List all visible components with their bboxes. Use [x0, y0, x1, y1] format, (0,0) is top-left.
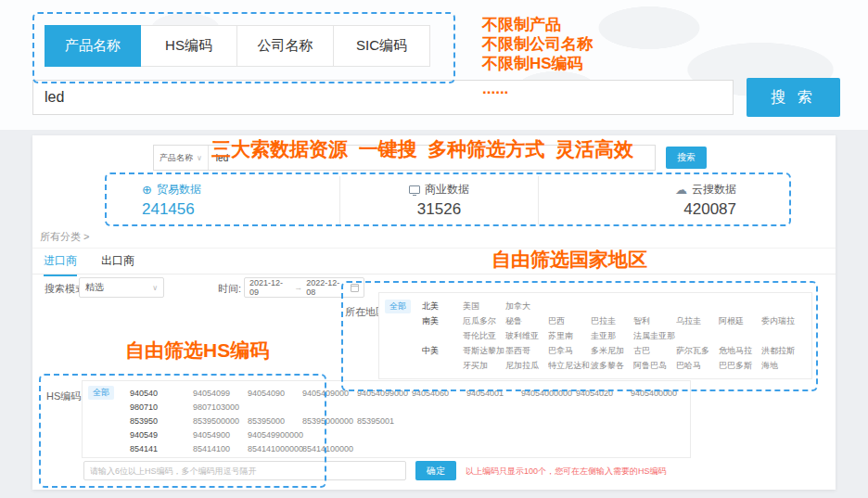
region-country[interactable]: 古巴 [633, 345, 676, 357]
region-country[interactable]: 秘鲁 [505, 315, 548, 327]
hs-child-code[interactable]: 85395000 [248, 416, 302, 426]
hero-search-button[interactable]: 搜 索 [747, 78, 840, 117]
hs-child-code[interactable]: 9405400000 [631, 389, 685, 398]
region-country[interactable]: 特立尼达和多巴... [548, 360, 591, 372]
region-country[interactable]: 多米尼加 [591, 345, 633, 357]
search-mode-select[interactable]: 精选 ∨ [79, 277, 164, 298]
globe-icon: ⊕ [142, 184, 152, 196]
hero-note-line: 不限制产品 [482, 15, 593, 34]
region-country[interactable]: 苏里南 [548, 330, 591, 342]
stat-label: 商业数据 [425, 182, 469, 198]
region-country[interactable]: 哥伦比亚 [463, 330, 505, 342]
region-country[interactable]: 阿根廷 [719, 315, 761, 327]
hs-parent-code[interactable]: 853950 [130, 416, 193, 426]
data-source-stats: ⊕贸易数据241456商业数据31526☁云搜数据420087 [107, 176, 787, 224]
date-range-picker[interactable]: 2021-12-09 → 2022-12-08 [244, 277, 364, 298]
region-country[interactable]: 墨西哥 [505, 345, 548, 357]
mini-search-button[interactable]: 搜索 [666, 147, 707, 169]
region-group-南美[interactable]: 南美 [422, 315, 463, 327]
hs-child-code[interactable]: 94054060 [412, 389, 466, 398]
hs-child-code[interactable]: 94054000000 [521, 389, 576, 398]
hero-tab-SIC编码[interactable]: SIC编码 [334, 25, 430, 67]
hs-child-code[interactable]: 9807103000 [193, 402, 248, 412]
region-all-chip[interactable]: 全部 [385, 300, 411, 313]
hs-parent-code[interactable]: 854141 [130, 444, 193, 453]
region-country[interactable]: 尼加拉瓜 [505, 360, 548, 372]
region-filter-panel: 全部北美美国加拿大南美厄瓜多尔秘鲁巴西巴拉圭智利乌拉圭阿根廷委内瑞拉哥伦比亚玻利… [378, 292, 812, 379]
hs-child-code[interactable]: 94054099000 [357, 389, 412, 398]
hero-annotation-ellipsis: ...... [482, 80, 508, 98]
stat-value: 31526 [417, 200, 461, 219]
divider [32, 274, 836, 275]
region-country[interactable]: 洪都拉斯 [761, 345, 804, 357]
hs-child-code[interactable]: 8539500000 [193, 416, 248, 426]
monitor-icon [409, 185, 420, 194]
calendar-icon [351, 284, 359, 292]
chevron-down-icon: ∨ [197, 154, 202, 162]
stat-云搜数据[interactable]: ☁云搜数据420087 [538, 176, 787, 224]
region-country[interactable]: 厄瓜多尔 [463, 315, 505, 327]
region-country[interactable]: 巴拉圭 [591, 315, 633, 327]
region-country[interactable]: 乌拉圭 [676, 315, 719, 327]
region-country[interactable]: 加拿大 [505, 300, 548, 313]
stat-商业数据[interactable]: 商业数据31526 [339, 176, 538, 224]
hs-code-row: 全部94054094054099940540909405409000940540… [88, 386, 690, 400]
region-country[interactable]: 巴西 [548, 315, 591, 327]
region-country[interactable]: 智利 [633, 315, 676, 327]
hs-child-code[interactable]: 9405409000 [302, 389, 357, 398]
region-country[interactable]: 阿鲁巴岛 [633, 360, 676, 372]
mini-search-category-select[interactable]: 产品名称 ∨ [154, 146, 209, 170]
region-country[interactable]: 巴巴多斯 [719, 360, 761, 372]
region-country[interactable]: 海地 [761, 360, 804, 372]
hs-child-code[interactable]: 94054020 [576, 389, 631, 398]
hs-code-input[interactable] [83, 461, 406, 480]
hs-child-code[interactable]: 85414100000 [302, 444, 357, 453]
hero-tab-公司名称[interactable]: 公司名称 [237, 25, 334, 67]
hero-search-input[interactable] [32, 80, 734, 115]
breadcrumb[interactable]: 所有分类 > [40, 230, 89, 244]
hs-child-code[interactable]: 94054001 [466, 389, 521, 398]
region-group-中美[interactable]: 中美 [422, 345, 463, 357]
region-country[interactable]: 危地马拉 [719, 345, 761, 357]
region-country[interactable]: 哥斯达黎加 [463, 345, 505, 357]
region-country[interactable]: 巴拿马 [548, 345, 591, 357]
region-country[interactable]: 玻利维亚 [505, 330, 548, 342]
stat-label: 贸易数据 [157, 182, 201, 198]
region-country[interactable]: 法属圭亚那 [633, 330, 676, 342]
region-country[interactable]: 圭亚那 [591, 330, 633, 342]
hs-child-code[interactable]: 85395000000 [302, 416, 357, 426]
hs-child-code[interactable]: 85414100 [193, 444, 248, 453]
hero-annotation-notes: 不限制产品不限制公司名称不限制HS编码 [482, 15, 593, 73]
hs-parent-code[interactable]: 940549 [130, 430, 193, 440]
hs-parent-code[interactable]: 980710 [130, 402, 193, 412]
hs-all-chip[interactable]: 全部 [88, 386, 114, 400]
hero-note-line: 不限制HS编码 [482, 54, 593, 73]
hs-child-code[interactable]: 94054900 [193, 430, 248, 440]
hs-parent-code[interactable]: 940540 [130, 389, 193, 398]
stat-header: ⊕贸易数据 [142, 182, 201, 198]
hs-child-code[interactable]: 854141000000 [248, 444, 302, 453]
hs-confirm-button[interactable]: 确定 [415, 461, 456, 480]
stat-value: 420087 [683, 200, 736, 219]
hs-child-code[interactable]: 85395001 [357, 416, 412, 426]
region-country[interactable]: 巴哈马 [676, 360, 719, 372]
region-country[interactable]: 牙买加 [463, 360, 505, 372]
annotation-hs-filter: 自由筛选HS编码 [125, 338, 269, 364]
region-country[interactable]: 美国 [463, 300, 505, 313]
region-row: 南美厄瓜多尔秘鲁巴西巴拉圭智利乌拉圭阿根廷委内瑞拉 [385, 313, 811, 328]
cloud-search-icon: ☁ [675, 184, 687, 196]
region-country[interactable]: 萨尔瓦多 [676, 345, 719, 357]
hero-tab-产品名称[interactable]: 产品名称 [45, 25, 141, 67]
hs-child-code[interactable]: 94054090 [248, 389, 302, 398]
stat-贸易数据[interactable]: ⊕贸易数据241456 [107, 176, 339, 224]
region-country[interactable]: 委内瑞拉 [761, 315, 804, 327]
hero-tab-HS编码[interactable]: HS编码 [141, 25, 237, 67]
region-row: 哥伦比亚玻利维亚苏里南圭亚那法属圭亚那 [385, 328, 811, 343]
region-group-北美[interactable]: 北美 [422, 300, 463, 313]
region-country[interactable]: 波多黎各 [591, 360, 633, 372]
divider [32, 248, 836, 249]
hs-child-code[interactable]: 940549900000 [248, 430, 302, 440]
page: 产品名称HS编码公司名称SIC编码 搜 索 不限制产品不限制公司名称不限制HS编… [0, 0, 868, 498]
hs-code-filter-panel: 全部94054094054099940540909405409000940540… [82, 380, 691, 458]
hs-child-code[interactable]: 94054099 [193, 389, 248, 398]
